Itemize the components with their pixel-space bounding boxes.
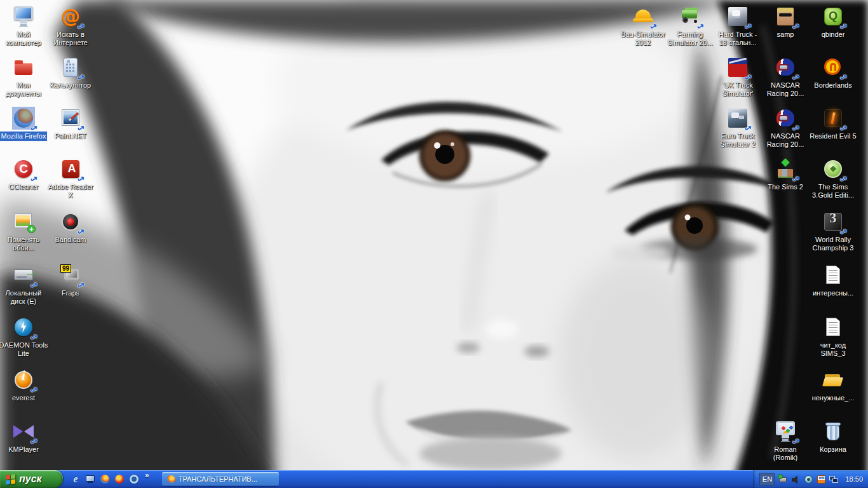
wrc3-icon: ↪ (822, 210, 844, 233)
nascar-icon: ↪ (774, 107, 797, 130)
farming-simulator-icon: ↪ (679, 5, 702, 28)
samp-icon: ↪ (774, 5, 797, 28)
desktop-icon-cheat-code-sims3[interactable]: чит_код SIMS_3 (804, 316, 862, 358)
desktop-icon-bandicam[interactable]: ↪Bandicam (42, 210, 99, 245)
network-icon[interactable] (829, 475, 839, 484)
quick-launch-overflow-chevron[interactable]: » (145, 470, 149, 480)
desktop-icon-resident-evil-5[interactable]: ↪Resident Evil 5 (804, 107, 862, 141)
desktop-icon-label: World Rally Champship 3 (811, 235, 855, 253)
nascar-icon: ↪ (774, 56, 797, 79)
desktop-icon-kmplayer[interactable]: ↪KMPlayer (0, 420, 52, 454)
safely-remove-icon[interactable] (778, 475, 788, 484)
uk-truck-icon: ↪ (726, 56, 749, 79)
firefox-icon[interactable] (100, 474, 110, 484)
remote-desktop-icon: ↪ (774, 420, 797, 443)
desktop-icon-the-sims-3-gold[interactable]: ↪The Sims 3.Gold Editi... (804, 158, 862, 200)
desktop-icon-label: Искать в Интернете (52, 30, 89, 48)
desktop-icon-calculator[interactable]: ↪Калькулятор (42, 56, 99, 90)
resident-evil-icon: ↪ (822, 107, 844, 130)
calculator-icon: ↪ (59, 56, 82, 79)
desktop-icon-everest[interactable]: ↪everest (0, 369, 52, 403)
hard-truck-icon: ↪ (726, 5, 749, 28)
start-button-label: пуск (19, 473, 42, 485)
desktop-icon-label: Euro Truck Simulator 2 (719, 132, 757, 149)
kmplayer-icon: ↪ (12, 420, 35, 443)
my-computer-icon (12, 5, 35, 28)
desktop-icon-daemon-tools-lite[interactable]: ↪DAEMON Tools Lite (0, 316, 52, 358)
desktop-icon-label: Корзина (818, 445, 848, 454)
sims3-icon: ↪ (822, 158, 844, 180)
desktop-icon-label: Resident Evil 5 (808, 132, 857, 141)
desktop-icon-label: qbinder (820, 30, 846, 39)
windows-logo-icon (6, 474, 15, 485)
desktop-icon-unneeded-folder[interactable]: ненужные_... (804, 369, 862, 403)
desktop-icon-adobe-reader-x[interactable]: ↪Adobe Reader X (42, 158, 99, 200)
paint-net-icon: ↪ (59, 107, 82, 130)
desktop-icon-recycle-bin[interactable]: Корзина (804, 420, 862, 454)
desktop-icon-qbinder[interactable]: ↪qbinder (804, 5, 862, 39)
desktop[interactable]: Мой компьютерМои документы↪Mozilla Firef… (0, 0, 868, 488)
webmoney-icon[interactable] (817, 475, 826, 484)
bau-simulator-icon: ↪ (632, 5, 654, 28)
daemon-tools-icon[interactable] (804, 475, 813, 484)
qbinder-icon: ↪ (822, 5, 844, 28)
change-wallpaper-icon (12, 210, 35, 233)
desktop-icon-label: Mozilla Firefox (0, 132, 47, 141)
desktop-icon-label: The Sims 3.Gold Editi... (811, 182, 855, 200)
my-documents-icon (12, 56, 35, 79)
firefox-icon: ↪ (12, 107, 35, 130)
desktop-icon-label: NASCAR Racing 20... (766, 81, 806, 98)
adobe-reader-icon: ↪ (59, 158, 82, 180)
desktop-icon-label: Farming Simulator 20... (667, 30, 714, 48)
task-button-label: ТРАНСАЛЬТЕРНАТИВ... (179, 475, 257, 483)
desktop-icon-search-internet[interactable]: ↪Искать в Интернете (42, 5, 99, 48)
desktop-icon-label: Калькулятор (49, 81, 92, 90)
desktop-icon-label: Мои документы (4, 81, 43, 98)
blue-ring-icon[interactable] (129, 474, 139, 484)
desktop-icon-paint-net[interactable]: ↪Paint.NET (42, 107, 99, 141)
task-buttons-area: ТРАНСАЛЬТЕРНАТИВ... (156, 470, 754, 488)
volume-icon[interactable] (791, 475, 801, 484)
desktop-icon-label: The Sims 2 (766, 182, 804, 192)
desktop-icon-label: NASCAR Racing 20... (766, 132, 806, 149)
local-disk-icon: ↪ (12, 264, 35, 287)
text-document-icon (822, 264, 844, 287)
desktop-icon-label: Мой компьютер (4, 30, 42, 48)
desktop-icon-fraps[interactable]: ↪Fraps (42, 264, 99, 298)
sims2-icon: ↪ (774, 158, 797, 180)
quick-launch-bar: » (63, 470, 156, 488)
ccleaner-icon: ↪ (12, 158, 35, 180)
desktop-icon-label: Adobe Reader X (47, 182, 95, 200)
daemon-tools-icon: ↪ (12, 316, 35, 339)
start-button[interactable]: пуск (0, 470, 63, 488)
desktop-icon-label: Paint.NET (53, 132, 88, 141)
text-document-icon (822, 316, 844, 339)
fraps-icon: ↪ (59, 264, 82, 287)
desktop-icon-label: интересны... (811, 288, 855, 298)
desktop-icon-label: Fraps (60, 288, 81, 298)
language-indicator[interactable]: EN (759, 473, 775, 485)
desktop-icon-label: чит_код SIMS_3 (819, 341, 847, 358)
bandicam-icon: ↪ (59, 210, 82, 233)
desktop-icon-label: Поменять обои... (6, 235, 41, 253)
desktop-icon-label: Bau-Simulator 2012 (620, 30, 667, 48)
desktop-icon-world-rally-championship-3[interactable]: ↪World Rally Champship 3 (804, 210, 862, 253)
desktop-icon-interesting-doc[interactable]: интересны... (804, 264, 862, 298)
firefox-icon (166, 475, 175, 484)
search-internet-icon: ↪ (59, 5, 82, 28)
desktop-icon-label: Локальный диск (Е) (4, 288, 43, 306)
borderlands-icon: ↪ (822, 56, 844, 79)
red-launcher-icon[interactable] (114, 474, 125, 484)
system-tray: EN 18:50 (753, 470, 868, 488)
desktop-icon-grid: Мой компьютерМои документы↪Mozilla Firef… (0, 0, 868, 470)
show-desktop-icon[interactable] (85, 474, 95, 484)
desktop-icon-label: ненужные_... (811, 393, 856, 403)
task-button-firefox-window[interactable]: ТРАНСАЛЬТЕРНАТИВ... (162, 472, 279, 486)
desktop-icon-label: Hard Truck - 18 стальн... (717, 30, 759, 48)
desktop-icon-label: everest (11, 393, 36, 403)
clock[interactable]: 18:50 (845, 475, 863, 483)
desktop-icon-label: 'UK Truck Simulator' (721, 81, 755, 98)
internet-explorer-icon[interactable] (71, 474, 81, 484)
desktop-icon-borderlands[interactable]: ↪Borderlands (804, 56, 862, 90)
desktop-icon-label: Roman (Romik) (772, 445, 799, 463)
